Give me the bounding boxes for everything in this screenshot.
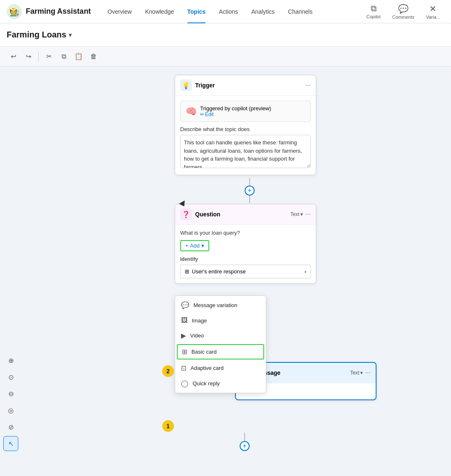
add-button-wrapper: + + Add Add ▾ (180, 240, 209, 251)
question-node: ❓ Question Text ▾ ··· What is your loan … (175, 204, 316, 284)
undo-button[interactable]: ↩ (7, 50, 20, 63)
quick-reply-icon: ◯ (181, 379, 188, 387)
variables-button[interactable]: ✕ Varia... (422, 1, 444, 22)
connector-line-1 (249, 178, 250, 186)
dropdown-item-label-quick-reply: Quick reply (193, 380, 220, 387)
identify-label: Identify (180, 256, 311, 262)
add-button-green[interactable]: + + Add Add ▾ (180, 240, 209, 251)
avatar: 🧑‍🌾 (7, 4, 22, 19)
adaptive-card-icon: ⊡ (181, 364, 186, 372)
message-variation-icon: 💬 (181, 301, 189, 309)
dropdown-item-quick-reply[interactable]: ◯ Quick reply (175, 376, 266, 391)
question-node-right: Text ▾ ··· (290, 211, 311, 218)
cursor-tool-button[interactable]: ↖ (3, 436, 18, 451)
copy-button[interactable]: ⧉ (57, 50, 70, 63)
trigger-body: 🧠 Triggered by copilot (preview) ✏ Edit … (175, 96, 316, 175)
canvas: ⊕ ⊙ ⊖ ◎ ⊘ ↖ 💡 Trigger ··· 🧠 Triggered by… (0, 67, 451, 476)
message-title: Message (256, 369, 347, 376)
variables-label: Varia... (426, 15, 440, 20)
add-icon: + (185, 243, 188, 249)
variables-icon: ✕ (429, 4, 436, 14)
badge-2: 2 (162, 365, 174, 377)
trigger-menu-button[interactable]: ··· (305, 82, 311, 89)
describe-textarea[interactable]: This tool can handle queries like these:… (180, 135, 311, 168)
cancel-button[interactable]: ⊘ (3, 419, 18, 434)
left-tools: ⊕ ⊙ ⊖ ◎ ⊘ ↖ (3, 353, 18, 451)
dropdown-item-basic-card[interactable]: ⊞ Basic card (177, 344, 264, 359)
nav-topics[interactable]: Topics (181, 0, 212, 23)
identify-dropdown[interactable]: ⊞ User's entire response › (180, 265, 311, 278)
dropdown-item-label-image: Image (192, 317, 207, 324)
nav-knowledge[interactable]: Knowledge (139, 0, 181, 23)
paste-button[interactable]: 📋 (72, 50, 85, 63)
trigger-node: 💡 Trigger ··· 🧠 Triggered by copilot (pr… (175, 75, 316, 175)
zoom-in-button[interactable]: ⊕ (3, 353, 18, 368)
delete-button[interactable]: 🗑 (87, 50, 100, 63)
trigger-title: Trigger (195, 82, 302, 89)
question-menu-button[interactable]: ··· (305, 211, 311, 218)
dropdown-item-label-video: Video (190, 332, 204, 339)
zoom-out-button[interactable]: ⊖ (3, 386, 18, 401)
nav-analytics[interactable]: Analytics (245, 0, 281, 23)
question-title: Question (195, 211, 287, 218)
nav-links: Overview Knowledge Topics Actions Analyt… (101, 0, 362, 23)
topic-title-row: Farming Loans ▾ (7, 30, 72, 40)
nav-actions[interactable]: Actions (212, 0, 245, 23)
copilot-label: Copilot (367, 14, 381, 19)
topnav-right: ⧉ Copilot 💬 Comments ✕ Varia... (362, 1, 444, 22)
badge-1: 1 (162, 420, 174, 432)
nav-channels[interactable]: Channels (281, 0, 319, 23)
dropdown-item-adaptive-card[interactable]: ⊡ Adaptive card (175, 360, 266, 376)
question-type-badge[interactable]: Text ▾ (290, 211, 303, 217)
dropdown-item-label-message-variation: Message variation (193, 302, 238, 308)
redo-button[interactable]: ↪ (22, 50, 35, 63)
video-icon: ▶ (181, 332, 186, 340)
edit-link[interactable]: ✏ Edit (200, 112, 305, 117)
add-dropdown-menu: 💬 Message variation 🖼 Image ▶ Video ⊞ Ba… (175, 295, 266, 393)
question-node-header: ❓ Question Text ▾ ··· (175, 204, 316, 225)
message-menu-button[interactable]: ··· (365, 369, 371, 377)
identify-chevron-icon: › (305, 268, 306, 275)
message-node-right: Text ▾ ··· (350, 369, 371, 377)
basic-card-icon: ⊞ (182, 348, 187, 356)
copilot-button[interactable]: ⧉ Copilot (362, 1, 385, 22)
message-type-badge[interactable]: Text ▾ (350, 370, 363, 376)
app-logo: 🧑‍🌾 Farming Assistant (7, 4, 91, 19)
copilot-brain-icon: 🧠 (186, 106, 197, 117)
dropdown-item-image[interactable]: 🖼 Image (175, 313, 266, 328)
bottom-connector: + (240, 433, 250, 451)
trigger-icon: 💡 (180, 79, 192, 91)
identify-value: User's entire response (192, 268, 246, 275)
comments-label: Comments (392, 15, 414, 20)
target-button[interactable]: ⊙ (3, 369, 18, 384)
toolbar-divider (38, 52, 39, 62)
dropdown-item-label-adaptive-card: Adaptive card (191, 365, 224, 371)
identify-dropdown-left: ⊞ User's entire response (185, 268, 246, 275)
image-icon: 🖼 (181, 317, 188, 324)
nav-overview[interactable]: Overview (101, 0, 138, 23)
app-title: Farming Assistant (26, 7, 91, 16)
describe-label: Describe what the topic does (180, 126, 311, 132)
dropdown-item-label-basic-card: Basic card (191, 349, 217, 355)
comments-button[interactable]: 💬 Comments (388, 1, 419, 22)
triggered-by-copilot-row: 🧠 Triggered by copilot (preview) ✏ Edit (180, 101, 311, 122)
bottom-add-button[interactable]: + (240, 441, 250, 451)
question-icon: ❓ (180, 208, 192, 220)
comments-icon: 💬 (398, 4, 409, 14)
identify-section: Identify ⊞ User's entire response › (180, 256, 311, 278)
connector-1: + (245, 178, 255, 203)
dropdown-item-message-variation[interactable]: 💬 Message variation (175, 298, 266, 313)
trigger-node-header: 💡 Trigger ··· (175, 75, 316, 96)
title-chevron[interactable]: ▾ (69, 32, 72, 38)
connector-line-2 (249, 196, 250, 203)
circle-button[interactable]: ◎ (3, 403, 18, 418)
question-text: What is your loan query? (180, 230, 311, 236)
cut-button[interactable]: ✂ (42, 50, 55, 63)
identify-grid-icon: ⊞ (185, 268, 189, 275)
copilot-icon: ⧉ (371, 4, 377, 13)
bottom-connector-line (244, 433, 245, 441)
top-nav: 🧑‍🌾 Farming Assistant Overview Knowledge… (0, 0, 451, 23)
add-node-button-1[interactable]: + (245, 186, 255, 196)
dropdown-item-video[interactable]: ▶ Video (175, 328, 266, 343)
toolbar: ↩ ↪ ✂ ⧉ 📋 🗑 (0, 47, 451, 67)
